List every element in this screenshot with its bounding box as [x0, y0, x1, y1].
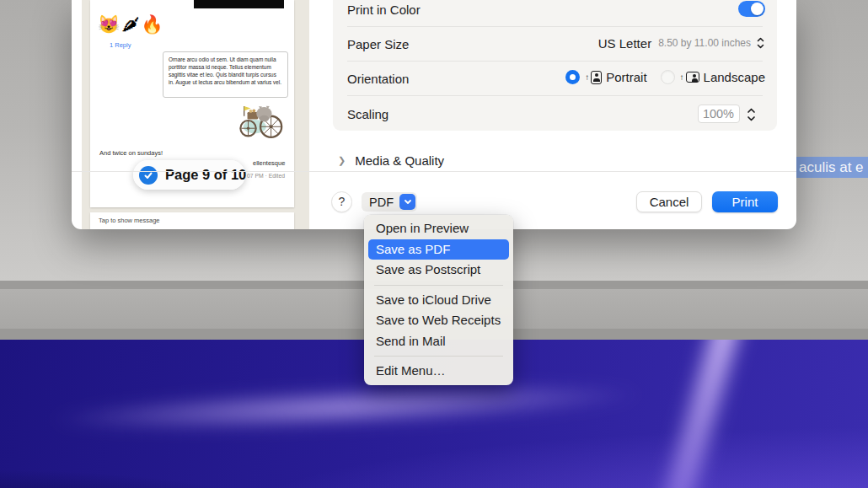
chevron-right-icon: ❯ — [338, 155, 346, 166]
menu-item-save-to-web-receipts[interactable]: Save to Web Receipts — [368, 310, 509, 331]
print-in-color-toggle[interactable] — [738, 1, 765, 17]
menu-divider — [374, 285, 503, 286]
toolbar-divider — [72, 171, 796, 172]
preview-next-page: Tap to show message — [90, 212, 294, 229]
next-page-text: Tap to show message — [99, 217, 160, 224]
row-divider — [347, 95, 763, 96]
menu-item-save-to-icloud-drive[interactable]: Save to iCloud Drive — [368, 290, 509, 311]
page-indicator-label: Page 9 of 10 — [165, 167, 246, 183]
help-button[interactable]: ? — [331, 191, 352, 212]
paper-size-detail: 8.50 by 11.00 inches — [658, 37, 751, 49]
scaling-label: Scaling — [347, 107, 388, 121]
feed-direction-arrow: ↑ — [680, 72, 684, 82]
paper-size-value: US Letter — [598, 36, 651, 51]
portrait-label: Portrait — [606, 70, 646, 84]
scaling-stepper[interactable] — [746, 105, 757, 124]
message-timestamp: 07 PM · Edited — [247, 173, 285, 179]
menu-item-open-in-preview[interactable]: Open in Preview — [368, 218, 509, 239]
menu-divider — [374, 356, 503, 357]
message-reactions: 😻🌶🔥 — [98, 14, 164, 35]
portrait-page-icon — [591, 71, 602, 84]
message-bubble: Ornare arcu odio ut sem. Ut diam quam nu… — [163, 51, 288, 98]
chevron-up-down-icon — [756, 35, 765, 51]
screen: aculis at e 😻🌶🔥 1 Reply Ornare arcu odio… — [0, 0, 868, 488]
chevron-down-icon — [399, 194, 415, 210]
cancel-button[interactable]: Cancel — [636, 191, 702, 212]
scaling-control: 100% — [695, 105, 767, 125]
toggle-knob — [751, 3, 764, 15]
paper-size-select[interactable]: US Letter 8.50 by 11.00 inches — [598, 35, 765, 51]
print-button[interactable]: Print — [712, 191, 778, 212]
page-indicator-badge: Page 9 of 10 — [133, 160, 245, 190]
message-caption: And twice on sundays! — [99, 149, 163, 157]
landscape-page-icon — [686, 72, 699, 83]
row-divider — [347, 61, 763, 62]
partially-covered-text: ellentesque — [253, 159, 285, 167]
print-dialog: 😻🌶🔥 1 Reply Ornare arcu odio ut sem. Ut … — [72, 0, 796, 229]
pdf-dropdown-menu: Open in Preview Save as PDF Save as Post… — [364, 215, 513, 385]
print-settings-panel: Print in Color Paper Size US Letter 8.50… — [333, 0, 777, 131]
reply-count-label: 1 Reply — [110, 41, 131, 49]
media-quality-label: Media & Quality — [355, 153, 444, 168]
menu-item-send-in-mail[interactable]: Send in Mail — [368, 331, 509, 352]
orientation-options: ↑ Portrait ↑ Landscape — [565, 70, 765, 84]
menu-item-save-as-pdf[interactable]: Save as PDF — [368, 239, 509, 260]
row-divider — [347, 26, 763, 27]
background-selected-text: aculis at e — [796, 157, 868, 178]
media-quality-section[interactable]: ❯ Media & Quality — [338, 153, 444, 168]
preview-page: 😻🌶🔥 1 Reply Ornare arcu odio ut sem. Ut … — [90, 0, 294, 207]
landscape-radio[interactable] — [661, 70, 675, 84]
menu-item-save-as-postscript[interactable]: Save as Postscript — [368, 260, 509, 281]
portrait-radio[interactable] — [565, 70, 580, 84]
menu-item-edit-menu[interactable]: Edit Menu… — [368, 361, 509, 382]
print-preview-panel: 😻🌶🔥 1 Reply Ornare arcu odio ut sem. Ut … — [82, 0, 309, 229]
checkmark-icon — [139, 166, 158, 185]
pdf-dropdown-button[interactable]: PDF — [362, 192, 417, 212]
pdf-button-label: PDF — [369, 196, 394, 209]
scaling-input[interactable]: 100% — [698, 105, 740, 123]
feed-direction-arrow: ↑ — [585, 72, 589, 82]
bicycle-cat-sticker — [237, 103, 286, 140]
message-media-thumbnail — [194, 0, 284, 8]
orientation-label: Orientation — [347, 72, 409, 86]
print-in-color-label: Print in Color — [347, 3, 421, 17]
paper-size-label: Paper Size — [347, 37, 409, 51]
landscape-label: Landscape — [704, 70, 765, 84]
